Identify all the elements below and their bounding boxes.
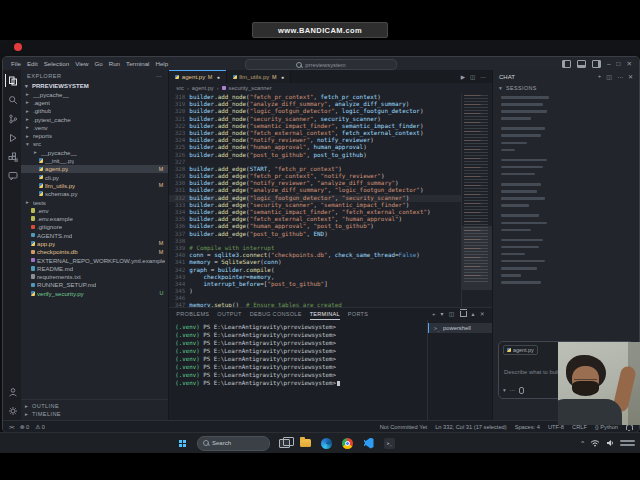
code-line[interactable]: 343 checkpointer=memory, [169,274,461,281]
session-item[interactable] [501,183,541,186]
menu-help[interactable]: Help [155,60,168,67]
folder-item-.venv[interactable]: ▸.venv [21,123,168,131]
session-item[interactable] [501,117,531,120]
session-item[interactable] [501,253,525,256]
edge-browser-icon[interactable] [320,437,333,450]
code-line[interactable]: 335builder.add_edge("fetch_external_cont… [169,216,461,223]
session-item[interactable] [501,134,541,137]
code-line[interactable]: 336builder.add_edge("human_approval", "p… [169,223,461,230]
status-item[interactable]: Spaces: 4 [515,424,540,430]
folder-item-src[interactable]: ▾src [21,140,168,148]
tab-llm_utils.py[interactable]: llm_utils.pyM● [227,70,291,83]
start-button-icon[interactable] [176,437,189,450]
code-line[interactable]: 330builder.add_edge("notify_reviewer", "… [169,180,461,187]
chat-view-icon[interactable] [5,169,20,182]
code-line[interactable]: 327 [169,159,461,166]
maximize-button[interactable]: □ [617,60,621,67]
code-line[interactable]: 321builder.add_node("security_scanner", … [169,116,461,123]
code-editor[interactable]: 318builder.add_node("fetch_pr_context", … [169,93,461,307]
run-file-icon[interactable]: ▶ [461,74,465,80]
sessions-section[interactable]: ▾ SESSIONS [493,83,639,92]
minimize-button[interactable]: – [607,60,611,67]
file-item-.env[interactable]: .env [21,206,168,214]
new-chat-icon[interactable]: + [598,73,602,80]
code-line[interactable]: 346 [169,295,461,302]
session-item[interactable] [501,96,549,99]
code-line[interactable]: 318builder.add_node("fetch_pr_context", … [169,94,461,101]
file-explorer-icon[interactable] [299,437,312,450]
folder-item-.agent[interactable]: ▸.agent [21,98,168,106]
panel-tab-terminal[interactable]: TERMINAL [310,308,340,320]
taskbar-search[interactable]: Search [197,436,270,451]
file-item-.env.example[interactable]: .env.example [21,214,168,222]
session-item[interactable] [501,274,521,277]
menu-selection[interactable]: Selection [44,60,69,67]
file-item-checkpoints.db[interactable]: checkpoints.dbM [21,248,168,256]
command-center[interactable]: prreviewsystem [245,59,397,70]
code-line[interactable]: 341memory = SqliteSaver(conn) [169,259,461,266]
menu-terminal[interactable]: Terminal [126,60,149,67]
error-count[interactable]: ⊗ 0 [20,424,30,430]
code-line[interactable]: 325builder.add_node("human_approval", hu… [169,144,461,151]
status-item[interactable]: Not Committed Yet [380,424,427,430]
chat-close-icon[interactable]: ✕ [628,73,633,80]
terminal-output[interactable]: (.venv) PS E:\LearnAntigravity\prreviews… [169,320,427,420]
file-item-app.py[interactable]: app.pyM [21,239,168,247]
menu-edit[interactable]: Edit [27,60,38,67]
new-terminal-icon[interactable]: + [432,311,436,317]
task-view-icon[interactable] [278,437,291,450]
code-line[interactable]: 331builder.add_edge("analyze_diff_summar… [169,187,461,194]
vscode-app-icon[interactable] [362,437,375,450]
session-item[interactable] [501,204,529,207]
breadcrumb-item[interactable]: agent.py [192,85,214,91]
breadcrumb-item[interactable]: security_scanner [229,85,272,91]
file-item-verify_security.py[interactable]: verify_security.pyU [21,289,168,297]
explorer-more-icon[interactable]: ⋯ [156,73,162,79]
toggle-panel-icon[interactable] [577,60,586,68]
session-item[interactable] [501,267,537,270]
split-editor-icon[interactable]: ◫ [470,74,475,80]
code-line[interactable]: 326builder.add_node("post_to_github", po… [169,152,461,159]
terminal-app-icon[interactable]: >_ [383,437,396,450]
menu-file[interactable]: File [11,60,21,67]
code-line[interactable]: 337builder.add_edge("post_to_github", EN… [169,231,461,238]
session-item[interactable] [501,142,527,145]
code-line[interactable]: 334builder.add_edge("semantic_impact_fin… [169,209,461,216]
panel-tab-problems[interactable]: PROBLEMS [176,308,209,320]
modified-dot-icon[interactable]: ● [217,74,220,80]
outline-section[interactable]: ▸OUTLINE [25,403,168,409]
session-item[interactable] [501,281,541,284]
code-line[interactable]: 339# Compile with interrupt [169,245,461,252]
session-item[interactable] [501,149,515,152]
file-item-requirements.txt[interactable]: requirements.txt [21,273,168,281]
code-line[interactable]: 329builder.add_edge("fetch_pr_context", … [169,173,461,180]
editor-more-icon[interactable]: ⋯ [480,74,486,80]
minimap-slider[interactable] [462,226,492,290]
explorer-icon[interactable] [5,74,20,87]
code-line[interactable]: 340conn = sqlite3.connect("checkpoints.d… [169,252,461,259]
session-item[interactable] [501,103,543,106]
code-line[interactable]: 342graph = builder.compile( [169,267,461,274]
split-terminal-icon[interactable]: ◫ [449,311,455,317]
run-debug-icon[interactable] [5,131,20,144]
volume-icon[interactable] [606,439,614,447]
minimap[interactable] [461,93,492,307]
code-line[interactable]: 333builder.add_edge("security_scanner", … [169,202,461,209]
file-item-.gitignore[interactable]: .gitignore [21,223,168,231]
file-item-README.md[interactable]: README.md [21,264,168,272]
menu-run[interactable]: Run [109,60,120,67]
file-item-EXTERNAL_REPO_WORKFLOW.yml.example[interactable]: EXTERNAL_REPO_WORKFLOW.yml.example [21,256,168,264]
session-item[interactable] [501,246,539,249]
terminal-dropdown-icon[interactable]: ▾ [441,311,444,317]
chat-more-icon[interactable]: ⋯ [617,73,623,80]
panel-tab-output[interactable]: OUTPUT [217,308,241,320]
kill-terminal-icon[interactable] [460,311,467,317]
mic-icon[interactable] [519,387,524,394]
session-item[interactable] [501,197,545,200]
session-item[interactable] [501,214,539,217]
session-item[interactable] [501,173,535,176]
code-line[interactable]: 328builder.add_edge(START, "fetch_pr_con… [169,166,461,173]
file-item-cli.py[interactable]: cli.py [21,173,168,181]
close-panel-icon[interactable]: ✕ [480,311,485,317]
file-item-__init__.py[interactable]: __init__.py [21,156,168,164]
